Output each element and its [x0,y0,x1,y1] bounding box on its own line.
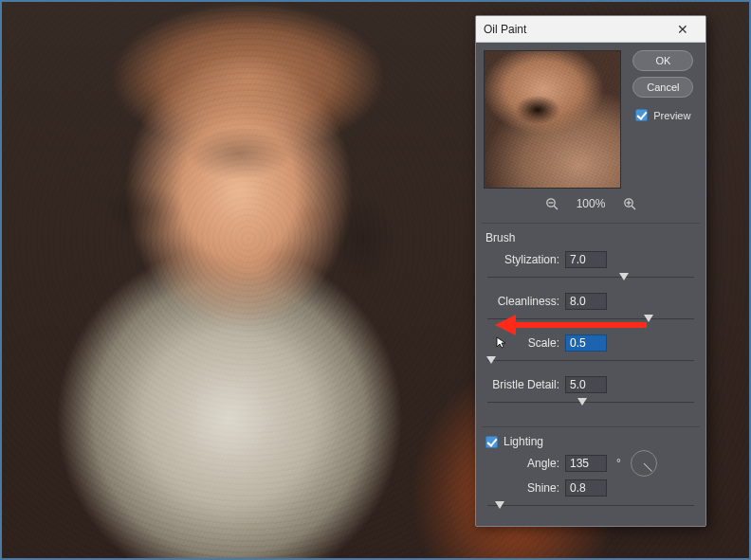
lighting-section: Lighting Angle: 135 ° Shine: 0.8 [476,429,705,526]
filter-preview[interactable] [484,50,621,189]
cleanliness-slider[interactable] [487,313,694,326]
divider [482,426,700,427]
cancel-button[interactable]: Cancel [632,77,693,98]
angle-input[interactable]: 135 [565,455,607,472]
cleanliness-label: Cleanliness: [485,295,559,308]
stylization-input[interactable]: 7.0 [565,251,607,268]
scale-slider[interactable] [487,354,694,368]
bristle-input[interactable]: 5.0 [565,376,607,393]
zoom-in-icon[interactable] [622,196,637,211]
divider [482,223,700,224]
brush-label: Brush [485,231,696,244]
angle-unit: ° [616,457,621,470]
shine-input[interactable]: 0.8 [565,479,607,497]
preview-label: Preview [653,110,690,121]
close-icon[interactable]: ✕ [668,22,698,37]
bristle-label: Bristle Detail: [485,378,559,391]
angle-label: Angle: [485,457,559,470]
zoom-out-icon[interactable] [544,196,559,211]
svg-line-4 [632,206,636,209]
ok-button[interactable]: OK [632,50,693,71]
stylization-label: Stylization: [485,253,559,266]
shine-label: Shine: [485,481,559,495]
scale-input[interactable]: 0.5 [565,334,607,352]
dialog-titlebar[interactable]: Oil Paint ✕ [476,16,705,43]
oil-paint-dialog: Oil Paint ✕ OK Cancel Preview 100% [475,15,706,527]
bristle-slider[interactable] [487,396,694,409]
cleanliness-input[interactable]: 8.0 [565,293,607,310]
zoom-percent: 100% [577,197,606,210]
lighting-checkbox[interactable] [485,436,498,448]
stylization-slider[interactable] [487,271,694,284]
angle-dial[interactable] [631,450,657,477]
pointer-icon [495,335,508,349]
brush-section: Brush Stylization: 7.0 Cleanliness: 8.0 … [476,226,705,423]
dialog-title: Oil Paint [484,23,668,36]
lighting-label: Lighting [504,435,543,448]
svg-line-1 [554,206,558,209]
shine-slider[interactable] [487,499,694,513]
preview-checkbox[interactable] [635,109,648,121]
